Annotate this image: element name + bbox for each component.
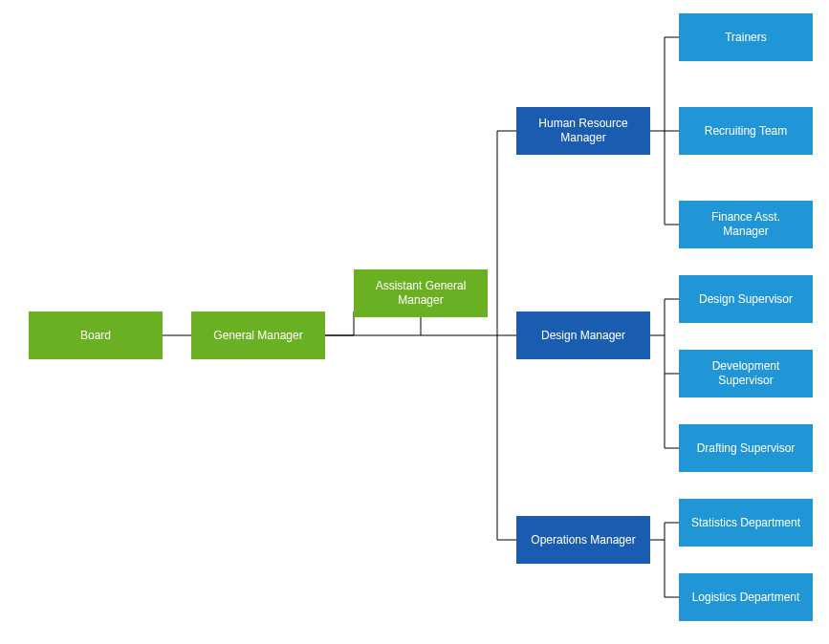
node-assistant-general-manager[interactable]: Assistant GeneralManager xyxy=(354,269,488,317)
node-label: DevelopmentSupervisor xyxy=(712,359,780,388)
node-label: Drafting Supervisor xyxy=(697,441,796,456)
node-statistics-department[interactable]: Statistics Department xyxy=(679,499,813,547)
node-design-supervisor[interactable]: Design Supervisor xyxy=(679,275,813,323)
node-development-supervisor[interactable]: DevelopmentSupervisor xyxy=(679,350,813,397)
node-finance-asst-manager[interactable]: Finance Asst.Manager xyxy=(679,201,813,248)
node-label: General Manager xyxy=(213,329,302,343)
node-label: Board xyxy=(80,329,111,343)
node-logistics-department[interactable]: Logistics Department xyxy=(679,573,813,621)
node-label: Logistics Department xyxy=(692,590,800,605)
node-trainers[interactable]: Trainers xyxy=(679,13,813,61)
node-board[interactable]: Board xyxy=(29,311,163,359)
node-label: Finance Asst.Manager xyxy=(711,210,780,239)
node-label: Operations Manager xyxy=(531,533,635,547)
node-label: Statistics Department xyxy=(691,516,800,530)
node-label: Design Supervisor xyxy=(699,292,793,307)
node-label: Design Manager xyxy=(541,329,625,343)
node-label: Human ResourceManager xyxy=(538,117,627,145)
node-general-manager[interactable]: General Manager xyxy=(191,311,325,359)
node-recruiting-team[interactable]: Recruiting Team xyxy=(679,107,813,155)
node-label: Assistant GeneralManager xyxy=(376,279,467,308)
node-hr-manager[interactable]: Human ResourceManager xyxy=(516,107,650,155)
node-label: Trainers xyxy=(725,31,767,45)
node-design-manager[interactable]: Design Manager xyxy=(516,311,650,359)
node-label: Recruiting Team xyxy=(705,124,787,139)
node-drafting-supervisor[interactable]: Drafting Supervisor xyxy=(679,424,813,472)
node-operations-manager[interactable]: Operations Manager xyxy=(516,516,650,564)
